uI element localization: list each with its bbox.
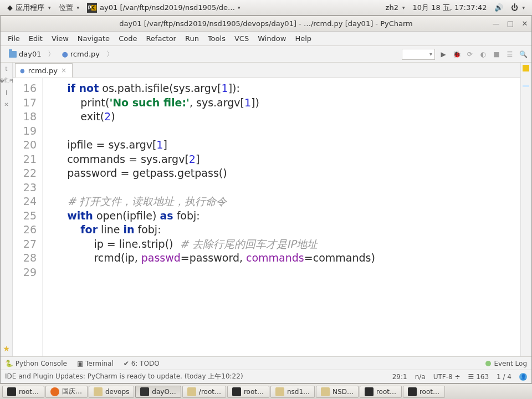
task-files-3[interactable]: nsd1… bbox=[270, 386, 315, 398]
pycharm-window: day01 [/var/ftp/nsd2019/nsd1905/devops/d… bbox=[0, 16, 532, 383]
breadcrumb-separator: 〉 bbox=[46, 49, 57, 59]
breadcrumb-folder[interactable]: day01 bbox=[4, 48, 46, 60]
applications-menu[interactable]: ◆ 应用程序 bbox=[3, 3, 55, 13]
task-terminal-2[interactable]: root… bbox=[227, 386, 269, 398]
gnome-taskbar: root… 国庆… devops dayO… /root… root… nsd1… bbox=[0, 383, 532, 399]
task-firefox[interactable]: 国庆… bbox=[45, 386, 88, 398]
memory-indicator-icon[interactable]: 👤 bbox=[519, 373, 527, 381]
debug-button[interactable]: 🐞 bbox=[452, 49, 462, 59]
gnome-top-bar: ◆ 应用程序 位置 PCay01 [/var/ftp/nsd2019/nsd19… bbox=[0, 0, 532, 16]
python-file-icon: ● bbox=[20, 68, 25, 74]
status-message[interactable]: IDE and Plugin Updates: PyCharm is ready… bbox=[5, 372, 243, 381]
menu-refactor[interactable]: Refactor bbox=[142, 33, 180, 44]
source-text[interactable]: if not os.path.isfile(sys.argv[1]): prin… bbox=[50, 78, 520, 356]
file-encoding[interactable]: UTF-8 ÷ bbox=[433, 373, 461, 381]
editor-tabs: ● rcmd.py × bbox=[13, 63, 520, 78]
menu-vcs[interactable]: VCS bbox=[231, 33, 253, 44]
menu-edit[interactable]: Edit bbox=[25, 33, 47, 44]
editor-tab-rcmd[interactable]: ● rcmd.py × bbox=[15, 63, 73, 78]
pycharm-icon: PC bbox=[87, 3, 97, 13]
favorites-tool-icon[interactable]: I bbox=[6, 90, 7, 96]
menu-code[interactable]: Code bbox=[115, 33, 141, 44]
todo-tab[interactable]: ✔ 6: TODO bbox=[124, 360, 160, 367]
bottom-tool-tabs: 🐍 Python Console ▣ Terminal ✔ 6: TODO Ev… bbox=[1, 356, 531, 370]
breadcrumb-file[interactable]: ●rcmd.py bbox=[57, 48, 105, 60]
terminal-icon bbox=[232, 387, 241, 396]
python-console-tab[interactable]: 🐍 Python Console bbox=[5, 360, 67, 367]
folder-icon bbox=[9, 51, 17, 58]
project-tool-icon[interactable]: t bbox=[6, 66, 8, 72]
maximize-button[interactable]: □ bbox=[506, 19, 515, 28]
inspection-warning-icon[interactable] bbox=[523, 65, 529, 71]
menu-window[interactable]: Window bbox=[254, 33, 290, 44]
power-icon[interactable]: ⏻ bbox=[507, 3, 529, 12]
fold-gutter[interactable] bbox=[43, 78, 50, 356]
pycharm-icon bbox=[140, 387, 149, 396]
search-button[interactable]: 🔍 bbox=[518, 49, 528, 59]
tab-close-icon[interactable]: × bbox=[61, 66, 66, 74]
event-log-tab[interactable]: Event Log bbox=[485, 360, 527, 367]
task-files-4[interactable]: NSD… bbox=[316, 386, 359, 398]
caret-position[interactable]: 29:1 bbox=[392, 373, 407, 381]
terminal-icon bbox=[365, 387, 374, 396]
event-dot-icon bbox=[485, 361, 491, 366]
menu-view[interactable]: View bbox=[48, 33, 73, 44]
marker[interactable] bbox=[523, 85, 529, 87]
firefox-icon bbox=[50, 387, 59, 396]
menu-tools[interactable]: Tools bbox=[204, 33, 229, 44]
error-stripe[interactable] bbox=[520, 63, 531, 356]
context-info: n/a bbox=[415, 373, 426, 381]
minimize-button[interactable]: — bbox=[492, 19, 500, 28]
files-icon bbox=[187, 387, 196, 396]
menu-file[interactable]: File bbox=[4, 33, 24, 44]
left-tool-strip: t �िन I ✕ ★ bbox=[1, 63, 13, 356]
task-pycharm[interactable]: dayO… bbox=[135, 386, 181, 398]
window-title: day01 [/var/ftp/nsd2019/nsd1905/devops/d… bbox=[119, 19, 413, 28]
navigation-bar: day01 〉 ●rcmd.py 〉 ▾ ▶ 🐞 ⟳ ◐ ■ ☰ 🔍 bbox=[1, 46, 531, 63]
terminal-tab[interactable]: ▣ Terminal bbox=[77, 360, 114, 367]
profile-button[interactable]: ◐ bbox=[478, 49, 488, 59]
task-terminal-4[interactable]: root… bbox=[403, 386, 445, 398]
python-file-icon: ● bbox=[62, 50, 68, 58]
task-terminal-3[interactable]: root… bbox=[360, 386, 402, 398]
title-bar: day01 [/var/ftp/nsd2019/nsd1905/devops/d… bbox=[1, 16, 531, 32]
stop-button[interactable]: ■ bbox=[492, 49, 502, 59]
coverage-button[interactable]: ⟳ bbox=[465, 49, 475, 59]
menu-navigate[interactable]: Navigate bbox=[74, 33, 114, 44]
run-config-combo[interactable]: ▾ bbox=[402, 49, 435, 60]
terminal-icon bbox=[7, 387, 16, 396]
close-button[interactable]: ✕ bbox=[520, 19, 529, 28]
task-terminal-1[interactable]: root… bbox=[2, 386, 44, 398]
line-number-gutter: 16 17 18 19 20 21 22 23 24 25 26 27 28 2… bbox=[13, 78, 43, 356]
places-menu[interactable]: 位置 bbox=[55, 3, 84, 13]
menu-help[interactable]: Help bbox=[291, 33, 315, 44]
status-bar: IDE and Plugin Updates: PyCharm is ready… bbox=[1, 370, 531, 383]
favorites-star-icon[interactable]: ★ bbox=[3, 344, 10, 356]
volume-icon[interactable]: 🔊 bbox=[490, 3, 507, 12]
files-icon bbox=[275, 387, 284, 396]
files-icon bbox=[321, 387, 330, 396]
task-files[interactable]: devops bbox=[89, 386, 134, 398]
line-count: ☰ 163 bbox=[468, 373, 489, 381]
structure-button[interactable]: ☰ bbox=[505, 49, 515, 59]
input-method[interactable]: zh2 bbox=[382, 3, 409, 12]
menu-run[interactable]: Run bbox=[181, 33, 203, 44]
clock[interactable]: 10月 18 五, 17:37:42 bbox=[408, 3, 490, 13]
run-button[interactable]: ▶ bbox=[438, 49, 448, 59]
taskbar-pycharm-entry[interactable]: PCay01 [/var/ftp/nsd2019/nsd1905/de… ▾ bbox=[83, 3, 244, 13]
tool-icon[interactable]: ✕ bbox=[4, 101, 8, 108]
menu-bar: File Edit View Navigate Code Refactor Ru… bbox=[1, 32, 531, 46]
terminal-icon bbox=[408, 387, 417, 396]
breadcrumb-separator: 〉 bbox=[105, 49, 115, 59]
code-editor[interactable]: 16 17 18 19 20 21 22 23 24 25 26 27 28 2… bbox=[13, 78, 520, 356]
task-files-2[interactable]: /root… bbox=[182, 386, 226, 398]
inspection-ratio: 1 / 4 bbox=[497, 373, 511, 381]
files-icon bbox=[94, 387, 103, 396]
structure-tool-icon[interactable]: �िन bbox=[0, 78, 13, 84]
